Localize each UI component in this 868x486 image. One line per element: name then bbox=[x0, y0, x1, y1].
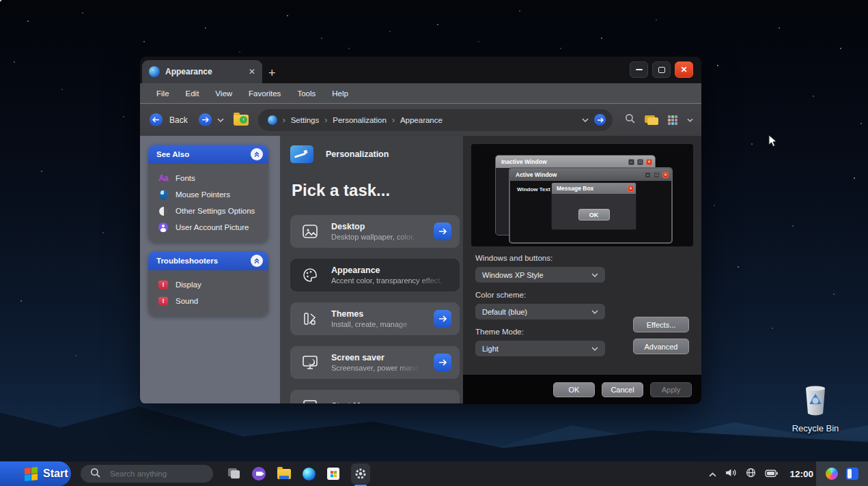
sidebar-item-fonts[interactable]: Aa Fonts bbox=[158, 170, 268, 186]
close-button[interactable]: ✕ bbox=[675, 61, 693, 78]
sidebar-item-mouse-pointers[interactable]: Mouse Pointers bbox=[158, 186, 268, 203]
start-button[interactable]: Start bbox=[0, 461, 71, 486]
menu-favorites[interactable]: Favorites bbox=[249, 89, 281, 98]
theme-mode-select[interactable]: Light bbox=[475, 341, 605, 356]
network-icon[interactable] bbox=[746, 468, 756, 481]
windows-logo-icon bbox=[25, 467, 38, 481]
menu-file[interactable]: File bbox=[156, 89, 169, 98]
task-view-icon[interactable] bbox=[228, 468, 240, 479]
cancel-button[interactable]: Cancel bbox=[602, 382, 643, 397]
battery-icon[interactable] bbox=[765, 468, 778, 480]
breadcrumb-separator: › bbox=[392, 115, 395, 125]
preview-close-icon: ✕ bbox=[646, 159, 652, 165]
troubleshooters-collapse-button[interactable] bbox=[251, 255, 263, 267]
ok-button[interactable]: OK bbox=[553, 382, 595, 397]
menu-edit[interactable]: Edit bbox=[186, 89, 199, 98]
task-start-menu[interactable]: Start Menu bbox=[290, 390, 460, 403]
taskbar: Start bbox=[0, 461, 868, 486]
dialog-footer: OK Cancel Apply bbox=[463, 375, 701, 404]
screen-saver-go-button[interactable] bbox=[434, 354, 451, 371]
minimize-button[interactable] bbox=[630, 61, 648, 78]
theme-mode-label: Theme Mode: bbox=[475, 328, 524, 336]
troubleshooters-header[interactable]: Troubleshooters bbox=[148, 251, 268, 270]
see-also-collapse-button[interactable] bbox=[251, 148, 263, 160]
settings-app-icon[interactable] bbox=[351, 463, 370, 484]
system-tray: 12:00 bbox=[709, 461, 813, 486]
tab-close-icon[interactable]: ✕ bbox=[249, 67, 255, 76]
themes-task-icon bbox=[300, 309, 320, 329]
taskbar-clock[interactable]: 12:00 bbox=[789, 469, 813, 479]
back-label[interactable]: Back bbox=[169, 115, 188, 125]
task-appearance[interactable]: Appearance Accent color, transparency ef… bbox=[290, 259, 460, 291]
preview-minimize-icon: − bbox=[628, 159, 634, 165]
recycle-bin[interactable]: Recycle Bin bbox=[787, 382, 844, 433]
navigation-bar: Back ↑ › Settings › Personalization › Ap… bbox=[140, 104, 701, 136]
widgets-icon[interactable] bbox=[846, 468, 858, 480]
breadcrumb-separator: › bbox=[324, 115, 327, 125]
menu-view[interactable]: View bbox=[215, 89, 232, 98]
appearance-panel: Inactive Window − □ ✕ Active Window − □ … bbox=[463, 136, 701, 403]
preview-ok-button: OK bbox=[578, 209, 610, 220]
desktop-go-button[interactable] bbox=[434, 223, 451, 240]
task-pane: Personalization Pick a task... Desktop D… bbox=[280, 136, 463, 403]
new-tab-button[interactable]: + bbox=[268, 67, 276, 79]
mouse-cursor bbox=[768, 134, 778, 151]
tab-title: Appearance bbox=[165, 67, 243, 76]
sidebar-item-user-account-picture[interactable]: User Account Picture bbox=[158, 219, 268, 235]
volume-icon[interactable] bbox=[725, 468, 737, 480]
forward-button[interactable] bbox=[199, 113, 212, 126]
hidden-icons-chevron-icon[interactable] bbox=[709, 468, 716, 480]
search-icon[interactable] bbox=[625, 113, 635, 126]
desktop-task-icon bbox=[300, 221, 320, 242]
preview-active-window: Active Window − □ ✕ Window Text Message … bbox=[509, 167, 673, 244]
apply-button[interactable]: Apply bbox=[650, 382, 692, 397]
see-also-card: See Also Aa Fonts Mouse Pointers bbox=[148, 145, 268, 242]
breadcrumb-settings[interactable]: Settings bbox=[291, 116, 320, 124]
task-screen-saver[interactable]: Screen saver Screensaver, power mana bbox=[290, 346, 460, 379]
up-folder-icon[interactable]: ↑ bbox=[234, 115, 249, 126]
back-button[interactable] bbox=[150, 113, 163, 126]
search-input[interactable] bbox=[110, 470, 199, 478]
menu-help[interactable]: Help bbox=[332, 89, 348, 98]
menu-bar: File Edit View Favorites Tools Help bbox=[140, 83, 701, 104]
breadcrumb-appearance[interactable]: Appearance bbox=[400, 116, 443, 124]
windows-and-buttons-select[interactable]: Windows XP Style bbox=[475, 267, 605, 283]
file-explorer-icon[interactable] bbox=[277, 469, 291, 479]
maximize-button[interactable] bbox=[652, 61, 671, 78]
view-options-chevron-icon[interactable] bbox=[687, 118, 693, 122]
address-dropdown-chevron-icon[interactable] bbox=[582, 118, 589, 122]
chevron-down-icon bbox=[591, 310, 598, 314]
preview-close-icon: ✕ bbox=[662, 172, 669, 178]
go-button[interactable] bbox=[594, 114, 606, 126]
breadcrumb-personalization[interactable]: Personalization bbox=[333, 116, 387, 124]
display-troubleshooter-icon: ! bbox=[158, 279, 169, 290]
user-account-icon bbox=[158, 222, 169, 233]
microsoft-store-icon[interactable] bbox=[327, 468, 339, 480]
taskbar-search[interactable] bbox=[81, 465, 213, 483]
sidebar-item-other-settings[interactable]: Other Settings Options bbox=[158, 203, 268, 219]
task-desktop[interactable]: Desktop Desktop wallpaper, color, bbox=[290, 215, 460, 248]
effects-button[interactable]: Effects... bbox=[633, 317, 689, 332]
sidebar-item-display-troubleshooter[interactable]: ! Display bbox=[158, 276, 268, 293]
tab-strip: Appearance ✕ + ✕ bbox=[140, 57, 701, 83]
advanced-button[interactable]: Advanced bbox=[633, 339, 689, 354]
see-also-header[interactable]: See Also bbox=[148, 145, 268, 164]
history-chevron-icon[interactable] bbox=[217, 118, 224, 122]
chevron-down-icon bbox=[591, 273, 598, 277]
themes-go-button[interactable] bbox=[434, 310, 451, 328]
contrast-icon bbox=[158, 205, 169, 216]
screen-saver-task-icon bbox=[300, 352, 320, 373]
copilot-icon[interactable] bbox=[826, 468, 838, 480]
sidebar-item-sound-troubleshooter[interactable]: ! Sound bbox=[158, 293, 268, 309]
preview-close-icon: ✕ bbox=[628, 186, 634, 192]
color-scheme-select[interactable]: Default (blue) bbox=[475, 304, 605, 319]
view-options-icon[interactable] bbox=[668, 115, 677, 125]
menu-tools[interactable]: Tools bbox=[297, 89, 316, 98]
video-chat-icon[interactable] bbox=[252, 467, 266, 481]
tab-appearance[interactable]: Appearance ✕ bbox=[142, 60, 262, 83]
recycle-bin-label: Recycle Bin bbox=[787, 423, 844, 433]
task-themes[interactable]: Themes Install, create, manage bbox=[290, 302, 460, 335]
edge-browser-icon[interactable] bbox=[303, 468, 316, 481]
address-bar[interactable]: › Settings › Personalization › Appearanc… bbox=[258, 109, 613, 131]
folders-icon[interactable] bbox=[645, 115, 658, 125]
